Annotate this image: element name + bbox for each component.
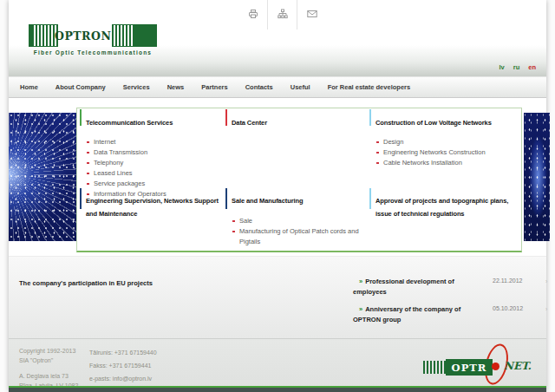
service-title[interactable]: Sale and Manufacturing xyxy=(232,194,375,207)
nav-item-for-real-estate-developers[interactable]: For Real estate developers xyxy=(328,83,410,91)
accent-bar xyxy=(225,188,227,209)
service-title[interactable]: Construction of Low Voltage Networks xyxy=(375,118,520,128)
news-chevron-icon[interactable]: › xyxy=(545,278,547,284)
nav-item-services[interactable]: Services xyxy=(123,83,150,91)
fiber-optics-image-right xyxy=(524,113,550,241)
fiber-optics-image-left xyxy=(9,113,76,241)
accent-bar xyxy=(369,188,371,209)
service-section-data-center: Data Center xyxy=(225,109,366,128)
service-section-sale-and-manufacturing: Sale and ManufacturingSaleManufacturing … xyxy=(225,188,375,247)
header-quick-icons xyxy=(239,0,333,29)
accent-bar xyxy=(225,109,227,126)
footer-contacts-block: Tālrunis: +371 67159440 Fakss: +371 6715… xyxy=(89,348,157,387)
news-item: »Professional development of employees22… xyxy=(353,277,554,299)
lang-ru[interactable]: ru xyxy=(513,63,520,71)
barcode-bars-icon xyxy=(423,361,446,374)
copyright-line: Copyright 1992-2013 xyxy=(19,346,78,356)
service-links: DesignEngineering Networks ConstructionC… xyxy=(375,137,520,168)
service-link-design[interactable]: Design xyxy=(375,137,520,147)
email-line[interactable]: e-pasts: info@optron.lv xyxy=(89,374,157,383)
bottom-dark-bar xyxy=(9,388,546,392)
service-link-telephony[interactable]: Telephony xyxy=(86,158,220,168)
logo-barcode-band: OPTRON® xyxy=(29,24,157,47)
logo-tagline: Fiber Optic Telecommunications xyxy=(29,49,157,56)
news-marker-icon: » xyxy=(359,278,362,285)
mail-icon[interactable] xyxy=(307,9,317,19)
phone-line: Tālrunis: +371 67159440 xyxy=(89,348,157,357)
nav-item-about-company[interactable]: About Company xyxy=(56,83,106,91)
nav-item-home[interactable]: Home xyxy=(20,83,38,91)
company-name: SIA "Optron" xyxy=(19,356,78,365)
news-link-professional-development-of-employees[interactable]: »Professional development of employees xyxy=(353,277,483,297)
main-nav: HomeAbout CompanyServicesNewsPartnersCon… xyxy=(9,76,546,98)
service-link-cable-networks-installation[interactable]: Cable Networks Installation xyxy=(375,158,520,168)
optronet-suffix: NET. xyxy=(504,360,532,372)
feature-news-link[interactable]: The company's participation in EU projec… xyxy=(19,279,153,287)
service-title[interactable]: Approval of projects and topographic pla… xyxy=(375,194,520,220)
icon-divider xyxy=(297,0,297,29)
address-street: A. Deglava iela 73 xyxy=(19,371,78,381)
news-link-anniversary-of-the-company-of-optron-group[interactable]: »Anniversary of the company of OPTRON gr… xyxy=(353,304,483,325)
optron-website: OPTRON® Fiber Optic Telecommunications l… xyxy=(9,0,546,392)
service-section-approval-of-projects-and-topographic-plans: Approval of projects and topographic pla… xyxy=(369,188,520,220)
lang-lv[interactable]: lv xyxy=(499,63,504,71)
sitemap-icon[interactable] xyxy=(278,9,288,19)
logo-solid-block xyxy=(133,24,157,47)
service-link-engineering-networks-construction[interactable]: Engineering Networks Construction xyxy=(375,147,520,158)
accent-bar xyxy=(369,109,371,126)
optronet-prefix: OPTR xyxy=(446,359,493,376)
language-switcher: lvruen xyxy=(460,63,536,71)
red-dot-o-icon xyxy=(492,363,500,370)
barcode-bars-icon xyxy=(112,25,133,46)
service-title[interactable]: Data Center xyxy=(232,118,366,128)
service-section-telecommunication-services: Telecommunication ServicesInternetData T… xyxy=(80,109,220,199)
service-link-manufacturing-of-optical-patch-cords-and-pigtails[interactable]: Manufacturing of Optical Patch cords and… xyxy=(232,226,375,247)
nav-item-useful[interactable]: Useful xyxy=(291,83,310,91)
lang-en[interactable]: en xyxy=(528,63,536,71)
optronet-logo[interactable]: OPTR NET. xyxy=(423,343,546,387)
service-link-leased-lines[interactable]: Leased Lines xyxy=(86,168,220,179)
services-banner: Telecommunication ServicesInternetData T… xyxy=(9,98,546,256)
service-title[interactable]: Telecommunication Services xyxy=(86,118,220,128)
service-link-internet[interactable]: Internet xyxy=(86,137,220,147)
logo-text: OPTRON xyxy=(55,29,111,42)
service-links: SaleManufacturing of Optical Patch cords… xyxy=(232,216,375,247)
accent-bar xyxy=(80,109,82,126)
logo-wordmark: OPTRON® xyxy=(58,24,112,47)
icon-divider xyxy=(267,0,268,29)
footer-copyright-block: Copyright 1992-2013 SIA "Optron" A. Degl… xyxy=(19,346,78,390)
service-link-sale[interactable]: Sale xyxy=(232,216,375,226)
service-link-data-transmission[interactable]: Data Transmission xyxy=(86,147,220,158)
news-list: »Professional development of employees22… xyxy=(353,277,554,332)
print-icon[interactable] xyxy=(248,9,258,19)
nav-item-news[interactable]: News xyxy=(167,83,185,91)
nav-item-partners[interactable]: Partners xyxy=(201,83,227,91)
news-marker-icon: » xyxy=(359,305,362,313)
news-band: The company's participation in EU projec… xyxy=(9,256,546,338)
news-date: 05.10.2012 xyxy=(493,305,523,311)
logo-optron[interactable]: OPTRON® Fiber Optic Telecommunications xyxy=(29,24,157,56)
services-panel: Telecommunication ServicesInternetData T… xyxy=(76,108,522,252)
fax-line: Fakss: +371 67159441 xyxy=(89,361,157,370)
nav-item-contacts[interactable]: Contacts xyxy=(245,83,273,91)
service-section-construction-of-low-voltage-networks: Construction of Low Voltage NetworksDesi… xyxy=(369,109,520,168)
news-date: 22.11.2012 xyxy=(493,278,523,284)
accent-bar xyxy=(80,188,82,209)
news-item: »Anniversary of the company of OPTRON gr… xyxy=(353,304,554,327)
news-chevron-icon[interactable]: › xyxy=(545,306,547,312)
footer: Copyright 1992-2013 SIA "Optron" A. Degl… xyxy=(9,338,546,388)
